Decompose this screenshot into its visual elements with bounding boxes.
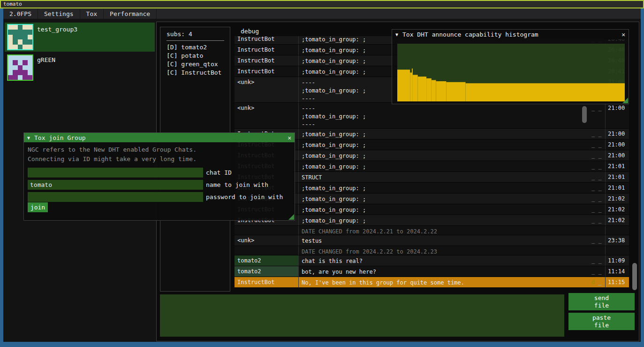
message-timestamp: 11:14	[606, 266, 629, 277]
message-author: tomato2	[235, 266, 299, 277]
member-list-item[interactable]: [C] potato	[160, 51, 230, 60]
avatar-pixel	[28, 55, 32, 60]
message-timestamp	[606, 246, 629, 255]
close-icon[interactable]: ✕	[621, 31, 625, 38]
message-timestamp: 21:01	[606, 183, 629, 193]
dht-histogram-window: ▼ Tox DHT announce capability histogram …	[392, 29, 629, 104]
menu-bar: 2.0FPSSettingsToxPerformance	[3, 8, 641, 19]
menu-item-settings[interactable]: Settings	[38, 9, 80, 19]
histogram-plot[interactable]	[397, 44, 625, 101]
message-author: InstructBot	[235, 55, 299, 66]
message-status-flags: _ _	[589, 139, 606, 150]
join-field-row: name to join with	[24, 180, 295, 192]
message-timestamp: 21:02	[606, 193, 629, 204]
avatar-pixel	[13, 55, 17, 60]
avatar-pixel	[8, 55, 13, 60]
message-input[interactable]	[160, 294, 564, 337]
join-input-chat-ID[interactable]	[28, 168, 203, 177]
window-frame-right	[641, 8, 644, 347]
chat-message-row[interactable]: <unk>---- ;tomato_in_group: ; ----_ _21:…	[235, 103, 629, 129]
message-status-flags: _ _	[589, 172, 606, 182]
chat-message-row[interactable]: InstructBotNo, I've been in this group f…	[235, 277, 629, 288]
avatar-pixel	[8, 70, 13, 75]
avatar-pixel	[18, 65, 23, 70]
avatar-pixel	[28, 70, 32, 75]
join-group-titlebar[interactable]: ▼ Tox join Group ✕	[24, 133, 295, 142]
members-list: [D] tomato2[C] potato[C] green_qtox[C] I…	[160, 43, 230, 77]
avatar-pixel	[28, 30, 32, 34]
message-timestamp: 21:00	[606, 129, 629, 139]
avatar-pixel	[23, 65, 27, 70]
histogram-bars	[397, 44, 625, 101]
message-timestamp: 21:00	[606, 150, 629, 161]
members-count-label: subs: 4	[160, 27, 230, 38]
avatar-pixel	[13, 45, 17, 49]
resize-grip[interactable]	[622, 98, 628, 103]
message-timestamp: 21:01	[606, 172, 629, 182]
join-group-window: ▼ Tox join Group ✕ NGC refers to the New…	[23, 132, 295, 221]
join-button[interactable]: join	[28, 202, 48, 212]
avatar-pixel	[23, 39, 27, 44]
avatar-pixel	[28, 45, 32, 49]
avatar-pixel	[23, 75, 27, 80]
join-field-row: chat ID	[24, 168, 295, 180]
join-info-line-2: Connecting via ID might take a very long…	[24, 154, 295, 164]
resize-grip[interactable]	[288, 214, 294, 220]
avatar-pixel	[13, 65, 17, 70]
sidebar-group-test_group3[interactable]: test_group3	[5, 23, 155, 52]
chat-message-row[interactable]: <unk>testus_ _23:38	[235, 235, 629, 246]
join-input-name-to-join-with[interactable]	[28, 180, 203, 190]
avatar-pixel	[13, 70, 17, 75]
message-timestamp: 21:01	[606, 161, 629, 171]
window-scrollbar-thumb[interactable]	[632, 263, 637, 290]
message-text: testus	[299, 235, 589, 246]
message-status-flags: _ _	[589, 129, 606, 139]
group-name-label: gREEN	[37, 56, 55, 63]
member-list-item[interactable]: [D] tomato2	[160, 43, 230, 51]
paste-file-button[interactable]: paste file	[568, 313, 635, 330]
avatar-pixel	[8, 75, 13, 80]
dht-histogram-titlebar[interactable]: ▼ Tox DHT announce capability histogram …	[392, 30, 629, 39]
menu-item-performance[interactable]: Performance	[104, 9, 157, 19]
message-timestamp: 21:02	[606, 204, 629, 215]
sidebar-group-gREEN[interactable]: gREEN	[5, 53, 155, 82]
avatar-pixel	[18, 25, 23, 30]
send-file-button[interactable]: send file	[568, 293, 635, 310]
chat-table-scrollbar-thumb[interactable]	[582, 106, 587, 123]
message-status-flags: _ _	[589, 161, 606, 171]
avatar-pixel	[18, 35, 23, 39]
date-changed-row[interactable]: DATE CHANGED from 2024.2.21 to 2024.2.22	[235, 226, 629, 235]
message-author: <unk>	[235, 103, 299, 128]
chat-message-row[interactable]: tomato2bot, are you new here?_ _11:14	[235, 266, 629, 277]
chat-message-row[interactable]: tomato2chat is this real?_ _11:09	[235, 255, 629, 266]
tab-debug[interactable]: debug	[241, 28, 259, 35]
avatar-pixel	[28, 39, 32, 44]
member-list-item[interactable]: [C] green_qtox	[160, 60, 230, 68]
avatar-pixel	[13, 75, 17, 80]
menu-item-tox[interactable]: Tox	[80, 9, 104, 19]
date-changed-row[interactable]: DATE CHANGED from 2024.2.22 to 2024.2.23	[235, 246, 629, 255]
message-status-flags: _ _	[589, 266, 606, 277]
member-list-item[interactable]: [C] InstructBot	[160, 68, 230, 77]
message-status-flags: _ _	[589, 235, 606, 246]
message-text: ;tomato_in_group: ;	[299, 129, 589, 139]
members-separator	[167, 40, 224, 41]
group-name-label: test_group3	[37, 26, 77, 33]
app-root: tomato 2.0FPSSettingsToxPerformance test…	[0, 0, 644, 347]
avatar-pixel	[8, 39, 13, 44]
avatar-pixel	[23, 70, 27, 75]
collapse-arrow-icon[interactable]: ▼	[395, 32, 398, 37]
join-field-label: chat ID	[206, 169, 232, 176]
avatar-pixel	[23, 60, 27, 65]
close-icon[interactable]: ✕	[288, 134, 291, 141]
message-author: <unk>	[235, 235, 299, 246]
message-author: InstructBot	[235, 66, 299, 77]
message-author	[235, 226, 299, 235]
join-input-password-to-join-with[interactable]	[28, 192, 203, 202]
avatar-pixel	[13, 30, 17, 34]
window-titlebar[interactable]: tomato	[0, 0, 644, 8]
collapse-arrow-icon[interactable]: ▼	[27, 135, 30, 140]
menu-item-fps[interactable]: 2.0FPS	[3, 9, 38, 19]
avatar-pixel	[18, 60, 23, 65]
message-timestamp: 21:00	[606, 139, 629, 150]
